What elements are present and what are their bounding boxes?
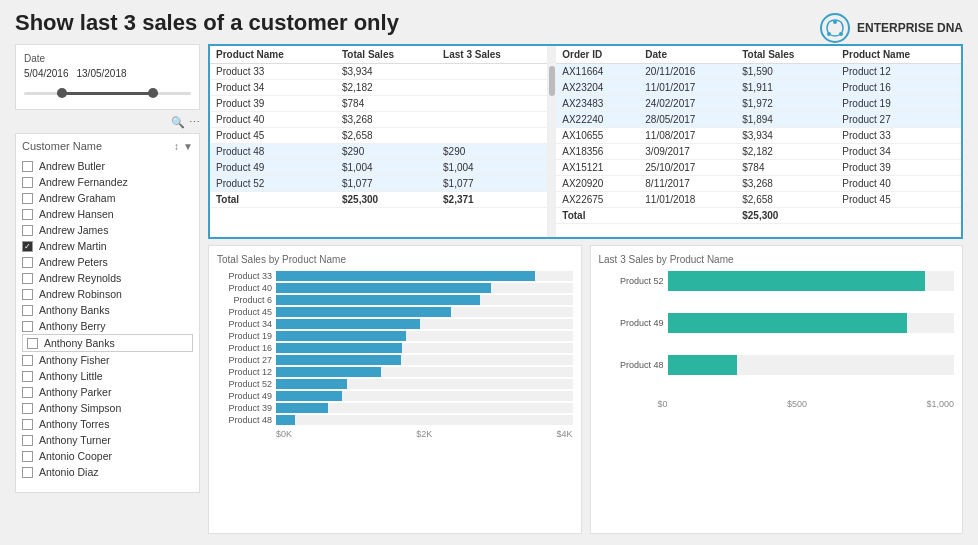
customer-item[interactable]: Andrew Martin	[22, 238, 193, 254]
customer-checkbox[interactable]	[22, 193, 33, 204]
customer-checkbox[interactable]	[22, 209, 33, 220]
customer-checkbox[interactable]	[22, 257, 33, 268]
customer-item[interactable]: Antonio Diaz	[22, 464, 193, 478]
customer-item[interactable]: Andrew Robinson	[22, 286, 193, 302]
filter-icon-settings[interactable]: ⋯	[189, 116, 200, 129]
customer-item[interactable]: Anthony Simpson	[22, 400, 193, 416]
slider-thumb-left[interactable]	[57, 88, 67, 98]
bar-label: Product 52	[599, 276, 664, 286]
total-cell: $2,371	[437, 192, 547, 208]
bar-label: Product 45	[217, 307, 272, 317]
cell-total: $2,182	[336, 80, 437, 96]
bar-row: Product 33	[217, 271, 573, 281]
bar-row: Product 34	[217, 319, 573, 329]
cell-total: $1,004	[336, 160, 437, 176]
customer-checkbox[interactable]	[22, 289, 33, 300]
bar-fill	[276, 379, 347, 389]
customer-checkbox[interactable]	[22, 305, 33, 316]
table-row: AX209208/11/2017$3,268Product 40	[556, 176, 961, 192]
customer-name-label: Anthony Banks	[44, 337, 115, 349]
customer-list[interactable]: Andrew ButlerAndrew FernandezAndrew Grah…	[22, 158, 193, 478]
cell-total: $3,934	[336, 64, 437, 80]
customer-checkbox[interactable]	[22, 451, 33, 462]
customer-checkbox[interactable]	[22, 419, 33, 430]
total-row: Total$25,300	[556, 208, 961, 224]
customer-item[interactable]: Antonio Cooper	[22, 448, 193, 464]
customer-item[interactable]: Andrew Graham	[22, 190, 193, 206]
filter-icon-search[interactable]: 🔍	[171, 116, 185, 129]
customer-item[interactable]: Anthony Banks	[22, 334, 193, 352]
bar-row: Product 52	[599, 271, 955, 291]
table-row: Product 45$2,658	[210, 128, 547, 144]
col-date: Date	[639, 46, 736, 64]
cell-product: Product 45	[210, 128, 336, 144]
customer-checkbox[interactable]	[22, 177, 33, 188]
cell-total: $290	[336, 144, 437, 160]
bar-label: Product 12	[217, 367, 272, 377]
customer-item[interactable]: Anthony Turner	[22, 432, 193, 448]
x-axis-label: $0K	[276, 429, 292, 439]
customer-item[interactable]: Andrew Peters	[22, 254, 193, 270]
date-slider[interactable]	[24, 85, 191, 101]
cell-total: $1,590	[736, 64, 836, 80]
right-panel: Product Name Total Sales Last 3 Sales Pr…	[208, 44, 963, 534]
slider-thumb-right[interactable]	[148, 88, 158, 98]
customer-checkbox[interactable]	[22, 355, 33, 366]
customer-item[interactable]: Anthony Berry	[22, 318, 193, 334]
customer-filter-label: Customer Name	[22, 140, 102, 152]
customer-checkbox[interactable]	[22, 273, 33, 284]
customer-checkbox[interactable]	[22, 435, 33, 446]
customer-item[interactable]: Anthony Parker	[22, 384, 193, 400]
total-row: Total$25,300$2,371	[210, 192, 547, 208]
customer-item[interactable]: Anthony Banks	[22, 302, 193, 318]
customer-item[interactable]: Andrew Hansen	[22, 206, 193, 222]
customer-name-label: Anthony Little	[39, 370, 103, 382]
bar-label: Product 48	[599, 360, 664, 370]
customer-item[interactable]: Anthony Fisher	[22, 352, 193, 368]
cell-product: Product 34	[210, 80, 336, 96]
customer-checkbox[interactable]	[22, 161, 33, 172]
slider-fill	[57, 92, 157, 95]
customer-filter-icon[interactable]: ▼	[183, 141, 193, 152]
cell-order_id: AX18356	[556, 144, 639, 160]
customer-checkbox[interactable]	[27, 338, 38, 349]
left-panel: Date 5/04/2016 13/05/2018 🔍 ⋯	[15, 44, 200, 534]
customer-name-label: Anthony Banks	[39, 304, 110, 316]
table-row: AX2320411/01/2017$1,911Product 16	[556, 80, 961, 96]
customer-item[interactable]: Anthony Little	[22, 368, 193, 384]
cell-order_id: AX22675	[556, 192, 639, 208]
customer-name-label: Antonio Diaz	[39, 466, 99, 478]
col-product-name: Product Name	[210, 46, 336, 64]
bar-fill	[276, 343, 402, 353]
customer-item[interactable]: Andrew James	[22, 222, 193, 238]
cell-total: $3,934	[736, 128, 836, 144]
svg-point-1	[833, 20, 837, 24]
customer-name-label: Anthony Fisher	[39, 354, 110, 366]
customer-checkbox[interactable]	[22, 403, 33, 414]
customer-name-label: Andrew Butler	[39, 160, 105, 172]
customer-checkbox[interactable]	[22, 387, 33, 398]
customer-checkbox[interactable]	[22, 467, 33, 478]
customer-item[interactable]: Anthony Torres	[22, 416, 193, 432]
left-data-table: Product Name Total Sales Last 3 Sales Pr…	[210, 46, 547, 208]
cell-product: Product 40	[210, 112, 336, 128]
customer-sort-icon[interactable]: ↕	[174, 141, 179, 152]
customer-checkbox[interactable]	[22, 241, 33, 252]
filter-icons-row: 🔍 ⋯	[15, 116, 200, 129]
customer-checkbox[interactable]	[22, 321, 33, 332]
cell-total: $784	[736, 160, 836, 176]
enterprise-dna-logo	[819, 12, 851, 44]
scroll-thumb[interactable]	[549, 66, 555, 96]
customer-checkbox[interactable]	[22, 371, 33, 382]
bar-row: Product 12	[217, 367, 573, 377]
bar-fill	[668, 313, 908, 333]
bar-label: Product 40	[217, 283, 272, 293]
customer-item[interactable]: Andrew Fernandez	[22, 174, 193, 190]
table-row: AX2348324/02/2017$1,972Product 19	[556, 96, 961, 112]
customer-item[interactable]: Andrew Reynolds	[22, 270, 193, 286]
customer-item[interactable]: Andrew Butler	[22, 158, 193, 174]
bar-fill	[276, 331, 406, 341]
customer-checkbox[interactable]	[22, 225, 33, 236]
bar-label: Product 52	[217, 379, 272, 389]
cell-date: 24/02/2017	[639, 96, 736, 112]
